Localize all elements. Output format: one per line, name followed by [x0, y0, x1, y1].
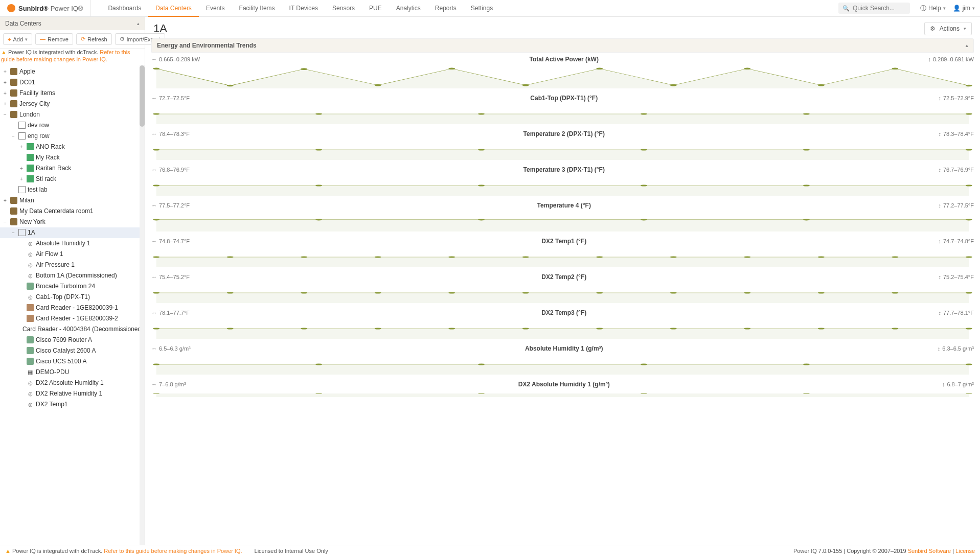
- tree-item[interactable]: Card Reader - 1GE8200039-2: [0, 313, 145, 324]
- chart-body[interactable]: [151, 283, 974, 303]
- tree-item[interactable]: +Facility Items: [0, 88, 145, 99]
- tree-item[interactable]: Cisco UCS 5100 A: [0, 356, 145, 367]
- tree-item[interactable]: test lab: [0, 184, 145, 195]
- expand-toggle-icon[interactable]: −: [2, 219, 8, 225]
- nav-tab-analytics[interactable]: Analytics: [389, 0, 428, 16]
- help-menu[interactable]: ⓘ Help ▾: [920, 4, 946, 13]
- tree-item[interactable]: DX2 Absolute Humidity 1: [0, 378, 145, 388]
- tree-item[interactable]: Air Flow 1: [0, 249, 145, 260]
- chart-body[interactable]: [151, 65, 974, 88]
- user-menu[interactable]: 👤 jim ▾: [953, 5, 975, 12]
- tree-item[interactable]: +Sti rack: [0, 174, 145, 184]
- panel-header[interactable]: Energy and Environmental Trends ▴: [151, 38, 974, 53]
- svg-point-17: [966, 113, 972, 114]
- footer-company-link[interactable]: Sunbird Software: [908, 548, 951, 554]
- sidebar-scrollbar-thumb[interactable]: [140, 65, 145, 127]
- tree-item[interactable]: dev row: [0, 120, 145, 131]
- svg-point-6: [596, 67, 603, 70]
- tree-item[interactable]: DX2 Relative Humidity 1: [0, 388, 145, 399]
- chart-body[interactable]: [151, 247, 974, 267]
- nav-tab-settings[interactable]: Settings: [464, 0, 500, 16]
- chart-body[interactable]: [151, 318, 974, 339]
- quick-search[interactable]: 🔍: [838, 3, 910, 14]
- tree-item[interactable]: Brocade TurboIron 24: [0, 281, 145, 292]
- sidebar-header[interactable]: Data Centers ▴: [0, 17, 145, 30]
- tree-item[interactable]: Cisco Catalyst 2600 A: [0, 345, 145, 356]
- tree-item[interactable]: +Jersey City: [0, 99, 145, 109]
- tree-item-label: Cisco UCS 5100 A: [36, 358, 86, 365]
- expand-toggle-icon[interactable]: +: [2, 198, 8, 203]
- horizontal-range-icon: ↔: [151, 345, 157, 352]
- tree-item[interactable]: −London: [0, 109, 145, 120]
- sensor-icon: [27, 390, 34, 397]
- tree-item-label: Brocade TurboIron 24: [36, 283, 95, 290]
- chart-left-range: 74.8–74.7°F: [159, 238, 190, 244]
- chart-body[interactable]: [151, 211, 974, 231]
- expand-toggle-icon[interactable]: +: [2, 101, 8, 107]
- tree-item[interactable]: Bottom 1A (Decommissioned): [0, 270, 145, 281]
- actions-button[interactable]: ⚙ Actions ▾: [924, 22, 972, 35]
- chart-body[interactable]: [151, 390, 974, 397]
- chart: ↔77.5–77.2°FTemperature 4 (°F)↕77.2–77.5…: [151, 201, 974, 231]
- expand-toggle-icon[interactable]: +: [2, 90, 8, 96]
- tree-item[interactable]: DX2 Temp1: [0, 399, 145, 410]
- expand-toggle-icon[interactable]: +: [18, 166, 25, 171]
- tree-item-label: eng row: [28, 132, 50, 140]
- add-button[interactable]: +Add▾: [3, 33, 32, 45]
- chart-body[interactable]: [151, 140, 974, 160]
- refresh-button[interactable]: ⟳Refresh: [76, 33, 112, 45]
- search-input[interactable]: [850, 3, 906, 14]
- tree-item[interactable]: My Data Centerdata room1: [0, 206, 145, 217]
- expand-toggle-icon[interactable]: −: [2, 112, 8, 118]
- nav-tab-data-centers[interactable]: Data Centers: [148, 0, 199, 16]
- expand-toggle-icon[interactable]: +: [2, 69, 8, 75]
- tree-item[interactable]: Absolute Humidity 1: [0, 238, 145, 249]
- chart-body[interactable]: [151, 175, 974, 196]
- tree-item[interactable]: Cab1-Top (DPX-T1): [0, 292, 145, 303]
- tree-item-label: Sti rack: [36, 175, 56, 182]
- svg-point-45: [818, 256, 825, 258]
- expand-toggle-icon[interactable]: +: [2, 80, 8, 85]
- tree-item[interactable]: +Apple: [0, 66, 145, 77]
- vertical-range-icon: ↕: [938, 238, 941, 244]
- tree-item[interactable]: −1A: [0, 227, 145, 238]
- chart-body[interactable]: [151, 104, 974, 124]
- tree-item[interactable]: Card Reader - 1GE8200039-1: [0, 303, 145, 313]
- vertical-range-icon: ↕: [938, 202, 941, 208]
- footer-license-link[interactable]: License: [955, 548, 975, 554]
- tree-item[interactable]: DEMO-PDU: [0, 367, 145, 378]
- nav-tab-sensors[interactable]: Sensors: [325, 0, 362, 16]
- svg-point-20: [478, 149, 485, 150]
- nav-tab-events[interactable]: Events: [199, 0, 232, 16]
- sidebar-scrollbar-track[interactable]: [140, 65, 145, 545]
- tree-item-label: Cisco 7609 Router A: [36, 336, 92, 343]
- footer-notice-link[interactable]: Refer to this guide before making change…: [104, 548, 242, 554]
- tree-item-label: Facility Items: [19, 89, 55, 97]
- remove-button[interactable]: —Remove: [35, 33, 73, 45]
- expand-toggle-icon[interactable]: −: [10, 230, 16, 236]
- expand-toggle-icon[interactable]: +: [18, 144, 25, 150]
- tree-item[interactable]: +DC01: [0, 77, 145, 88]
- tree-item[interactable]: −eng row: [0, 131, 145, 142]
- nav-tab-pue[interactable]: PUE: [362, 0, 389, 16]
- tree-item[interactable]: +Milan: [0, 195, 145, 206]
- refresh-icon: ⟳: [81, 36, 85, 42]
- charts-container[interactable]: ↔0.665–0.289 kWTotal Active Power (kW)↕0…: [145, 53, 980, 545]
- tree-item[interactable]: My Rack: [0, 152, 145, 163]
- chart-left-range: 6.5–6.3 g/m³: [159, 345, 191, 352]
- dc-icon: [10, 68, 17, 75]
- nav-tab-it-devices[interactable]: IT Devices: [282, 0, 325, 16]
- svg-point-68: [744, 328, 750, 329]
- nav-tab-facility-items[interactable]: Facility Items: [232, 0, 282, 16]
- tree-item[interactable]: +ANO Rack: [0, 142, 145, 152]
- tree-item[interactable]: Cisco 7609 Router A: [0, 335, 145, 345]
- nav-tab-dashboards[interactable]: Dashboards: [101, 0, 148, 16]
- chart-body[interactable]: [151, 354, 974, 375]
- nav-tab-reports[interactable]: Reports: [428, 0, 464, 16]
- expand-toggle-icon[interactable]: −: [10, 133, 16, 139]
- tree-item[interactable]: Air Pressure 1: [0, 260, 145, 270]
- expand-toggle-icon[interactable]: +: [18, 176, 25, 182]
- tree-item[interactable]: Card Reader - 40004384 (Decommissioned): [0, 324, 145, 335]
- tree-item[interactable]: −New York: [0, 217, 145, 227]
- tree-item[interactable]: +Raritan Rack: [0, 163, 145, 174]
